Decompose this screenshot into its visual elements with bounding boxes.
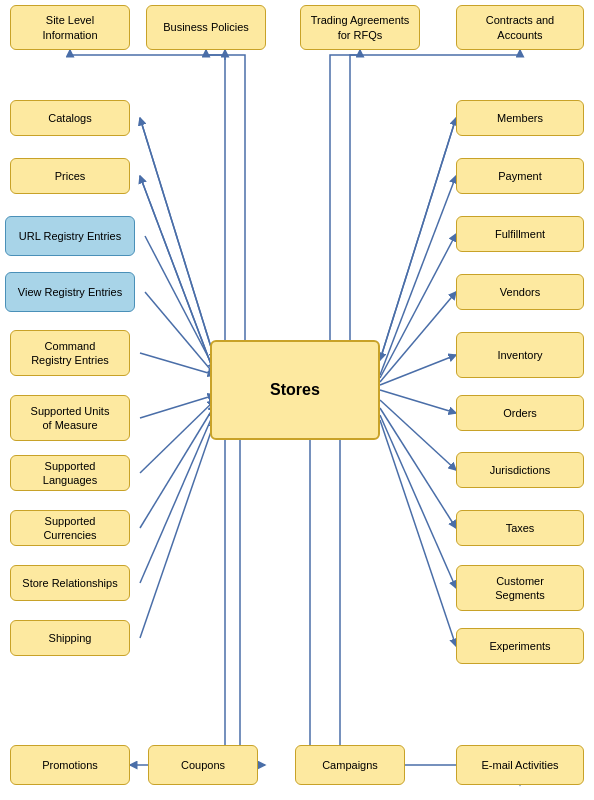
svg-line-23	[380, 420, 456, 646]
svg-line-22	[380, 415, 456, 588]
svg-line-7	[140, 353, 215, 375]
svg-line-21	[380, 408, 456, 528]
svg-line-15	[380, 176, 456, 375]
node-command-registry[interactable]: CommandRegistry Entries	[10, 330, 130, 376]
node-jurisdictions[interactable]: Jurisdictions	[456, 452, 584, 488]
svg-line-10	[140, 405, 215, 528]
node-members[interactable]: Members	[456, 100, 584, 136]
svg-line-19	[380, 390, 456, 413]
node-url-registry[interactable]: URL Registry Entries	[5, 216, 135, 256]
node-vendors[interactable]: Vendors	[456, 274, 584, 310]
svg-line-14	[380, 118, 456, 360]
node-orders[interactable]: Orders	[456, 395, 584, 431]
svg-line-9	[140, 400, 215, 473]
node-supported-currencies[interactable]: Supported Currencies	[10, 510, 130, 546]
node-store-relationships[interactable]: Store Relationships	[10, 565, 130, 601]
node-prices[interactable]: Prices	[10, 158, 130, 194]
svg-line-4	[140, 176, 215, 375]
node-site-level[interactable]: Site Level Information	[10, 5, 130, 50]
node-business-policies[interactable]: Business Policies	[146, 5, 266, 50]
node-supported-units[interactable]: Supported Unitsof Measure	[10, 395, 130, 441]
node-email-activities[interactable]: E-mail Activities	[456, 745, 584, 785]
node-taxes[interactable]: Taxes	[456, 510, 584, 546]
node-catalogs[interactable]: Catalogs	[10, 100, 130, 136]
svg-line-18	[380, 355, 456, 385]
svg-line-2	[140, 118, 215, 360]
svg-line-8	[140, 395, 215, 418]
svg-line-12	[140, 420, 215, 638]
svg-line-3	[140, 176, 215, 375]
node-payment[interactable]: Payment	[456, 158, 584, 194]
svg-line-16	[380, 234, 456, 378]
node-view-registry[interactable]: View Registry Entries	[5, 272, 135, 312]
svg-line-20	[380, 400, 456, 470]
node-promotions[interactable]: Promotions	[10, 745, 130, 785]
node-experiments[interactable]: Experiments	[456, 628, 584, 664]
node-campaigns[interactable]: Campaigns	[295, 745, 405, 785]
node-fulfillment[interactable]: Fulfillment	[456, 216, 584, 252]
diagram-container: Site Level Information Business Policies…	[0, 0, 594, 800]
node-contracts-accounts[interactable]: Contracts andAccounts	[456, 5, 584, 50]
node-coupons[interactable]: Coupons	[148, 745, 258, 785]
node-inventory[interactable]: Inventory	[456, 332, 584, 378]
svg-line-1	[140, 118, 215, 360]
node-supported-languages[interactable]: Supported Languages	[10, 455, 130, 491]
svg-line-11	[140, 410, 215, 583]
node-shipping[interactable]: Shipping	[10, 620, 130, 656]
node-customer-segments[interactable]: CustomerSegments	[456, 565, 584, 611]
node-stores[interactable]: Stores	[210, 340, 380, 440]
node-trading-agreements[interactable]: Trading Agreementsfor RFQs	[300, 5, 420, 50]
svg-line-5	[145, 236, 215, 370]
svg-line-13	[380, 118, 456, 360]
svg-line-6	[145, 292, 215, 375]
svg-line-17	[380, 292, 456, 382]
